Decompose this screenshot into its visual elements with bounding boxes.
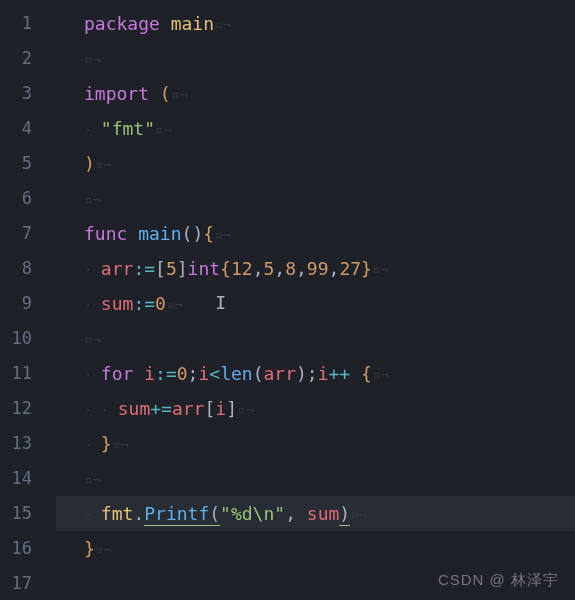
- number: 0: [155, 293, 166, 314]
- identifier: sum: [118, 398, 151, 419]
- brace: {: [220, 258, 231, 279]
- keyword: package: [84, 13, 160, 34]
- type: int: [188, 258, 221, 279]
- code-line-active[interactable]: · fmt.Printf("%d\n", sum)¤¬: [56, 496, 575, 531]
- identifier: arr: [263, 363, 296, 384]
- paren: ): [84, 153, 95, 174]
- code-line[interactable]: import (¤¬: [84, 76, 575, 111]
- line-number: 9: [0, 286, 56, 321]
- whitespace-marker: ¤¬: [214, 17, 231, 33]
- whitespace-marker: ¤¬: [372, 262, 389, 278]
- code-line[interactable]: · · sum+=arr[i]¤¬: [84, 391, 575, 426]
- number: 99: [307, 258, 329, 279]
- string: "%d\n": [220, 503, 285, 524]
- indent-marker: ·: [84, 507, 101, 523]
- operator: <: [209, 363, 220, 384]
- line-number: 14: [0, 461, 56, 496]
- whitespace-marker: ¤¬: [372, 367, 389, 383]
- comma: ,: [329, 258, 340, 279]
- semicolon: ;: [307, 363, 318, 384]
- brace: {: [361, 363, 372, 384]
- line-number: 11: [0, 356, 56, 391]
- semicolon: ;: [188, 363, 199, 384]
- identifier: arr: [172, 398, 205, 419]
- identifier: arr: [101, 258, 134, 279]
- bracket: ]: [226, 398, 237, 419]
- comma: ,: [296, 258, 307, 279]
- line-number: 7: [0, 216, 56, 251]
- paren: (): [182, 223, 204, 244]
- whitespace-marker: ¤¬: [166, 297, 183, 313]
- line-number: 16: [0, 531, 56, 566]
- keyword: for: [101, 363, 134, 384]
- identifier: i: [133, 363, 155, 384]
- number: 5: [166, 258, 177, 279]
- code-line[interactable]: ¤¬: [84, 181, 575, 216]
- line-number: 2: [0, 41, 56, 76]
- paren: ): [339, 503, 350, 526]
- operator: :=: [133, 293, 155, 314]
- identifier: i: [198, 363, 209, 384]
- line-number: 17: [0, 566, 56, 600]
- whitespace-marker: ¤¬: [171, 87, 188, 103]
- code-line[interactable]: · "fmt"¤¬: [84, 111, 575, 146]
- brace: }: [84, 538, 95, 559]
- keyword: import: [84, 83, 149, 104]
- code-area[interactable]: package main¤¬ ¤¬ import (¤¬ · "fmt"¤¬ )…: [56, 0, 575, 600]
- code-line[interactable]: }¤¬: [84, 531, 575, 566]
- operator: ++: [329, 363, 351, 384]
- operator: +=: [150, 398, 172, 419]
- line-number: 15: [0, 496, 56, 531]
- number: 12: [231, 258, 253, 279]
- line-number: 13: [0, 426, 56, 461]
- identifier: i: [318, 363, 329, 384]
- code-line[interactable]: ¤¬: [84, 41, 575, 76]
- whitespace-marker: ¤¬: [95, 542, 112, 558]
- number: 8: [285, 258, 296, 279]
- whitespace-marker: ¤¬: [84, 52, 101, 68]
- number: 0: [177, 363, 188, 384]
- comma: ,: [274, 258, 285, 279]
- function-name: Printf: [144, 503, 209, 526]
- brace: {: [203, 223, 214, 244]
- comma: ,: [285, 503, 296, 524]
- identifier: sum: [101, 293, 134, 314]
- code-line[interactable]: ¤¬: [84, 321, 575, 356]
- code-line[interactable]: func main(){¤¬: [84, 216, 575, 251]
- indent-marker: ·: [84, 437, 101, 453]
- whitespace-marker: ¤¬: [84, 192, 101, 208]
- whitespace-marker: ¤¬: [112, 437, 129, 453]
- indent-marker: · ·: [84, 402, 118, 418]
- code-editor[interactable]: 1 2 3 4 5 6 7 8 9 10 11 12 13 14 15 16 1…: [0, 0, 575, 600]
- space: [350, 363, 361, 384]
- code-line[interactable]: · arr:=[5]int{12,5,8,99,27}¤¬: [84, 251, 575, 286]
- whitespace-marker: ¤¬: [155, 122, 172, 138]
- text-cursor-icon: I: [215, 285, 226, 320]
- line-number: 6: [0, 181, 56, 216]
- whitespace-marker: ¤¬: [84, 472, 101, 488]
- function-name: len: [220, 363, 253, 384]
- bracket: ]: [177, 258, 188, 279]
- code-line[interactable]: · for i:=0;i<len(arr);i++ {¤¬: [84, 356, 575, 391]
- code-line[interactable]: · sum:=0¤¬ I: [84, 286, 575, 321]
- identifier: sum: [296, 503, 339, 524]
- whitespace-marker: ¤¬: [84, 332, 101, 348]
- code-line[interactable]: )¤¬: [84, 146, 575, 181]
- line-number: 8: [0, 251, 56, 286]
- number: 5: [263, 258, 274, 279]
- bracket: [: [204, 398, 215, 419]
- line-gutter: 1 2 3 4 5 6 7 8 9 10 11 12 13 14 15 16 1…: [0, 0, 56, 600]
- whitespace-marker: ¤¬: [237, 402, 254, 418]
- whitespace-marker: ¤¬: [350, 507, 367, 523]
- code-line[interactable]: package main¤¬: [84, 6, 575, 41]
- indent-marker: ·: [84, 367, 101, 383]
- operator: :=: [133, 258, 155, 279]
- function-name: main: [127, 223, 181, 244]
- paren: (: [253, 363, 264, 384]
- code-line[interactable]: · }¤¬: [84, 426, 575, 461]
- line-number: 4: [0, 111, 56, 146]
- brace: }: [101, 433, 112, 454]
- indent-marker: ·: [84, 262, 101, 278]
- code-line[interactable]: ¤¬: [84, 461, 575, 496]
- identifier: main: [160, 13, 214, 34]
